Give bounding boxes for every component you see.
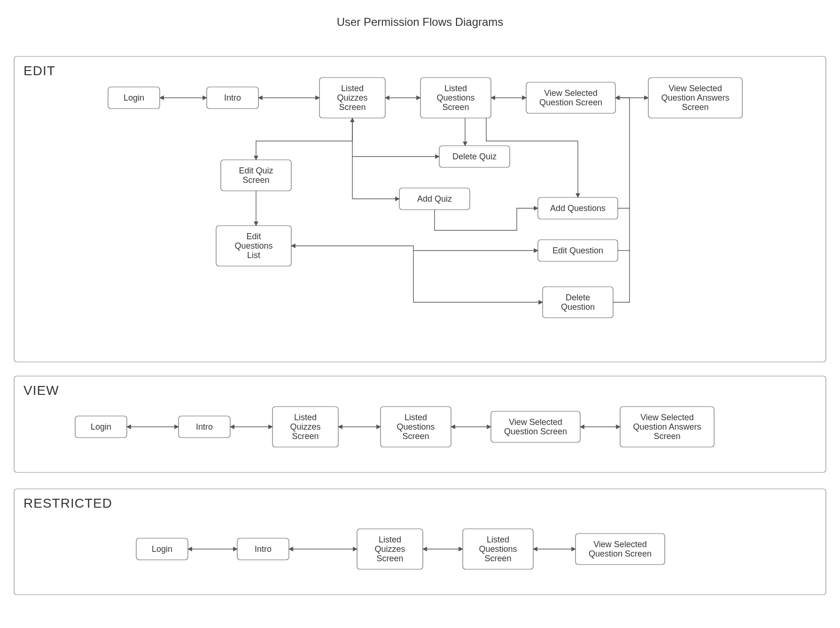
svg-text:Screen: Screen: [242, 175, 269, 185]
svg-text:View Selected: View Selected: [640, 413, 694, 422]
node-view-listed-quizzes: ListedQuizzesScreen: [272, 407, 338, 447]
node-restr-lqn: ListedQuestionsScreen: [463, 529, 533, 569]
svg-text:Listed: Listed: [444, 84, 467, 93]
node-edit-question: Edit Question: [538, 240, 618, 261]
svg-text:Question Screen: Question Screen: [539, 98, 602, 107]
edge-addqs-vsq: [615, 98, 630, 208]
svg-text:Quizzes: Quizzes: [374, 544, 405, 554]
svg-text:View Selected: View Selected: [669, 84, 722, 93]
svg-text:Add Quiz: Add Quiz: [417, 194, 452, 204]
svg-text:View Selected: View Selected: [593, 540, 647, 549]
svg-text:Screen: Screen: [292, 432, 319, 441]
node-add-quiz: Add Quiz: [399, 188, 470, 210]
node-restr-intro: Intro: [237, 538, 289, 560]
svg-text:Listed: Listed: [379, 535, 401, 544]
node-edit-listed-quizzes: ListedQuizzesScreen: [319, 78, 385, 118]
edge-eql-delq: [413, 251, 543, 302]
section-edit-label: EDIT: [23, 63, 55, 78]
svg-text:Question Answers: Question Answers: [633, 422, 701, 432]
svg-text:Login: Login: [124, 93, 144, 102]
svg-text:Screen: Screen: [484, 554, 511, 563]
svg-text:Intro: Intro: [255, 544, 272, 554]
node-view-vsqa: View SelectedQuestion AnswersScreen: [620, 407, 714, 447]
svg-text:Quizzes: Quizzes: [290, 422, 320, 432]
svg-text:Delete Quiz: Delete Quiz: [452, 152, 497, 161]
svg-text:Intro: Intro: [196, 422, 213, 432]
node-edit-view-selected-qa: View SelectedQuestion AnswersScreen: [648, 78, 742, 118]
node-restr-lq: ListedQuizzesScreen: [357, 529, 423, 569]
svg-text:Edit: Edit: [246, 232, 261, 241]
svg-text:Screen: Screen: [653, 432, 680, 441]
edge-eql-editq: [291, 246, 538, 251]
svg-text:Question Screen: Question Screen: [589, 549, 652, 558]
svg-text:List: List: [247, 251, 260, 260]
edge-lq-editquiz: [256, 118, 352, 160]
svg-text:Add Questions: Add Questions: [550, 204, 606, 213]
node-view-listed-questions: ListedQuestionsScreen: [381, 407, 451, 447]
svg-text:Screen: Screen: [682, 102, 708, 112]
svg-text:Screen: Screen: [442, 102, 469, 112]
node-restr-vsq: View SelectedQuestion Screen: [576, 534, 665, 565]
node-view-intro: Intro: [179, 416, 230, 438]
edge-addquiz-addqs: [435, 208, 538, 230]
edge-lq-deletequiz: [352, 118, 439, 157]
node-edit-intro: Intro: [207, 87, 258, 109]
node-view-login: Login: [75, 416, 127, 438]
svg-text:Questions: Questions: [479, 544, 517, 554]
svg-text:Questions: Questions: [397, 422, 435, 432]
section-view-label: VIEW: [23, 383, 59, 398]
node-add-questions: Add Questions: [538, 197, 618, 219]
node-edit-questions-list: EditQuestionsList: [216, 226, 291, 266]
svg-text:Questions: Questions: [436, 93, 474, 102]
svg-text:Question Answers: Question Answers: [661, 93, 729, 102]
diagram-canvas: User Permission Flows Diagrams EDITLogin…: [0, 0, 840, 628]
svg-text:View Selected: View Selected: [544, 88, 598, 98]
svg-text:Edit Question: Edit Question: [552, 246, 603, 255]
section-restricted-label: RESTRICTED: [23, 496, 112, 510]
svg-text:Question: Question: [561, 302, 595, 312]
svg-text:Question Screen: Question Screen: [504, 427, 567, 436]
svg-text:Questions: Questions: [234, 241, 272, 251]
svg-text:Login: Login: [152, 544, 172, 554]
svg-text:Listed: Listed: [294, 413, 317, 422]
svg-text:Screen: Screen: [402, 432, 429, 441]
node-edit-view-selected-question: View SelectedQuestion Screen: [526, 82, 615, 113]
svg-text:Listed: Listed: [404, 413, 427, 422]
svg-text:Edit Quiz: Edit Quiz: [239, 166, 273, 175]
svg-text:Login: Login: [91, 422, 111, 432]
node-edit-listed-questions: ListedQuestionsScreen: [420, 78, 491, 118]
svg-text:Intro: Intro: [224, 93, 241, 102]
node-delete-quiz: Delete Quiz: [439, 146, 510, 167]
svg-text:Listed: Listed: [341, 84, 364, 93]
node-view-vsq: View SelectedQuestion Screen: [491, 411, 580, 442]
svg-text:Listed: Listed: [487, 535, 509, 544]
page-title: User Permission Flows Diagrams: [337, 16, 504, 28]
svg-text:Screen: Screen: [376, 554, 403, 563]
edge-lq-addquiz: [352, 157, 399, 199]
svg-text:Delete: Delete: [566, 293, 590, 302]
svg-text:Screen: Screen: [339, 102, 366, 112]
node-edit-login: Login: [108, 87, 160, 109]
node-edit-quiz-screen: Edit QuizScreen: [221, 160, 291, 191]
node-delete-question: DeleteQuestion: [543, 287, 613, 318]
svg-text:Quizzes: Quizzes: [337, 93, 367, 102]
svg-text:View Selected: View Selected: [509, 417, 562, 427]
node-restr-login: Login: [136, 538, 188, 560]
